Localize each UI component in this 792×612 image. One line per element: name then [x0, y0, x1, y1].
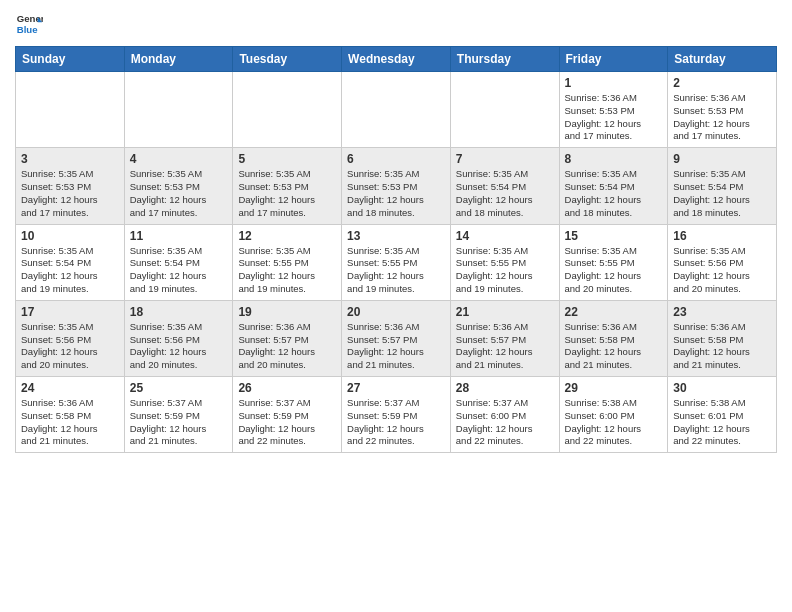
day-info: Sunrise: 5:35 AM Sunset: 5:54 PM Dayligh… — [565, 168, 663, 219]
calendar-cell: 25Sunrise: 5:37 AM Sunset: 5:59 PM Dayli… — [124, 377, 233, 453]
day-number: 13 — [347, 229, 445, 243]
day-number: 11 — [130, 229, 228, 243]
day-number: 28 — [456, 381, 554, 395]
day-info: Sunrise: 5:35 AM Sunset: 5:55 PM Dayligh… — [238, 245, 336, 296]
day-info: Sunrise: 5:35 AM Sunset: 5:56 PM Dayligh… — [21, 321, 119, 372]
day-info: Sunrise: 5:36 AM Sunset: 5:53 PM Dayligh… — [673, 92, 771, 143]
weekday-monday: Monday — [124, 47, 233, 72]
day-number: 3 — [21, 152, 119, 166]
day-info: Sunrise: 5:35 AM Sunset: 5:53 PM Dayligh… — [238, 168, 336, 219]
logo: General Blue — [15, 10, 47, 38]
day-info: Sunrise: 5:37 AM Sunset: 6:00 PM Dayligh… — [456, 397, 554, 448]
weekday-wednesday: Wednesday — [342, 47, 451, 72]
calendar-cell: 30Sunrise: 5:38 AM Sunset: 6:01 PM Dayli… — [668, 377, 777, 453]
calendar-row-4: 17Sunrise: 5:35 AM Sunset: 5:56 PM Dayli… — [16, 300, 777, 376]
day-number: 16 — [673, 229, 771, 243]
day-number: 1 — [565, 76, 663, 90]
calendar-cell: 27Sunrise: 5:37 AM Sunset: 5:59 PM Dayli… — [342, 377, 451, 453]
day-info: Sunrise: 5:36 AM Sunset: 5:57 PM Dayligh… — [347, 321, 445, 372]
calendar-row-1: 1Sunrise: 5:36 AM Sunset: 5:53 PM Daylig… — [16, 72, 777, 148]
day-number: 17 — [21, 305, 119, 319]
day-number: 2 — [673, 76, 771, 90]
day-info: Sunrise: 5:35 AM Sunset: 5:54 PM Dayligh… — [456, 168, 554, 219]
logo-icon: General Blue — [15, 10, 43, 38]
calendar-cell: 20Sunrise: 5:36 AM Sunset: 5:57 PM Dayli… — [342, 300, 451, 376]
calendar-cell: 11Sunrise: 5:35 AM Sunset: 5:54 PM Dayli… — [124, 224, 233, 300]
calendar-cell — [124, 72, 233, 148]
calendar-row-2: 3Sunrise: 5:35 AM Sunset: 5:53 PM Daylig… — [16, 148, 777, 224]
day-number: 15 — [565, 229, 663, 243]
day-info: Sunrise: 5:35 AM Sunset: 5:53 PM Dayligh… — [347, 168, 445, 219]
calendar-cell: 3Sunrise: 5:35 AM Sunset: 5:53 PM Daylig… — [16, 148, 125, 224]
header: General Blue — [15, 10, 777, 38]
calendar-header: SundayMondayTuesdayWednesdayThursdayFrid… — [16, 47, 777, 72]
day-info: Sunrise: 5:38 AM Sunset: 6:00 PM Dayligh… — [565, 397, 663, 448]
day-info: Sunrise: 5:35 AM Sunset: 5:55 PM Dayligh… — [456, 245, 554, 296]
day-info: Sunrise: 5:37 AM Sunset: 5:59 PM Dayligh… — [347, 397, 445, 448]
weekday-header-row: SundayMondayTuesdayWednesdayThursdayFrid… — [16, 47, 777, 72]
calendar-table: SundayMondayTuesdayWednesdayThursdayFrid… — [15, 46, 777, 453]
calendar-cell — [233, 72, 342, 148]
day-info: Sunrise: 5:37 AM Sunset: 5:59 PM Dayligh… — [130, 397, 228, 448]
day-info: Sunrise: 5:35 AM Sunset: 5:53 PM Dayligh… — [21, 168, 119, 219]
calendar-cell: 22Sunrise: 5:36 AM Sunset: 5:58 PM Dayli… — [559, 300, 668, 376]
calendar-cell: 14Sunrise: 5:35 AM Sunset: 5:55 PM Dayli… — [450, 224, 559, 300]
calendar-cell — [450, 72, 559, 148]
calendar-cell — [342, 72, 451, 148]
day-info: Sunrise: 5:35 AM Sunset: 5:54 PM Dayligh… — [21, 245, 119, 296]
day-number: 26 — [238, 381, 336, 395]
day-info: Sunrise: 5:36 AM Sunset: 5:53 PM Dayligh… — [565, 92, 663, 143]
day-number: 21 — [456, 305, 554, 319]
day-info: Sunrise: 5:35 AM Sunset: 5:55 PM Dayligh… — [565, 245, 663, 296]
weekday-sunday: Sunday — [16, 47, 125, 72]
day-number: 5 — [238, 152, 336, 166]
day-info: Sunrise: 5:35 AM Sunset: 5:53 PM Dayligh… — [130, 168, 228, 219]
day-number: 14 — [456, 229, 554, 243]
weekday-tuesday: Tuesday — [233, 47, 342, 72]
day-info: Sunrise: 5:37 AM Sunset: 5:59 PM Dayligh… — [238, 397, 336, 448]
day-info: Sunrise: 5:35 AM Sunset: 5:55 PM Dayligh… — [347, 245, 445, 296]
day-number: 23 — [673, 305, 771, 319]
day-number: 29 — [565, 381, 663, 395]
day-info: Sunrise: 5:35 AM Sunset: 5:54 PM Dayligh… — [130, 245, 228, 296]
day-number: 7 — [456, 152, 554, 166]
calendar-row-3: 10Sunrise: 5:35 AM Sunset: 5:54 PM Dayli… — [16, 224, 777, 300]
day-info: Sunrise: 5:35 AM Sunset: 5:56 PM Dayligh… — [130, 321, 228, 372]
calendar-cell: 4Sunrise: 5:35 AM Sunset: 5:53 PM Daylig… — [124, 148, 233, 224]
page: General Blue SundayMondayTuesdayWednesda… — [0, 0, 792, 612]
calendar-cell: 17Sunrise: 5:35 AM Sunset: 5:56 PM Dayli… — [16, 300, 125, 376]
calendar-cell: 24Sunrise: 5:36 AM Sunset: 5:58 PM Dayli… — [16, 377, 125, 453]
calendar-cell: 1Sunrise: 5:36 AM Sunset: 5:53 PM Daylig… — [559, 72, 668, 148]
calendar-row-5: 24Sunrise: 5:36 AM Sunset: 5:58 PM Dayli… — [16, 377, 777, 453]
day-number: 8 — [565, 152, 663, 166]
calendar-cell: 2Sunrise: 5:36 AM Sunset: 5:53 PM Daylig… — [668, 72, 777, 148]
day-number: 10 — [21, 229, 119, 243]
calendar-cell: 26Sunrise: 5:37 AM Sunset: 5:59 PM Dayli… — [233, 377, 342, 453]
calendar-cell: 6Sunrise: 5:35 AM Sunset: 5:53 PM Daylig… — [342, 148, 451, 224]
calendar-cell: 23Sunrise: 5:36 AM Sunset: 5:58 PM Dayli… — [668, 300, 777, 376]
calendar-cell: 10Sunrise: 5:35 AM Sunset: 5:54 PM Dayli… — [16, 224, 125, 300]
day-number: 25 — [130, 381, 228, 395]
calendar-cell — [16, 72, 125, 148]
calendar-cell: 7Sunrise: 5:35 AM Sunset: 5:54 PM Daylig… — [450, 148, 559, 224]
calendar-cell: 28Sunrise: 5:37 AM Sunset: 6:00 PM Dayli… — [450, 377, 559, 453]
day-number: 18 — [130, 305, 228, 319]
day-number: 27 — [347, 381, 445, 395]
day-number: 6 — [347, 152, 445, 166]
calendar-cell: 18Sunrise: 5:35 AM Sunset: 5:56 PM Dayli… — [124, 300, 233, 376]
day-info: Sunrise: 5:36 AM Sunset: 5:58 PM Dayligh… — [565, 321, 663, 372]
day-info: Sunrise: 5:35 AM Sunset: 5:54 PM Dayligh… — [673, 168, 771, 219]
svg-text:Blue: Blue — [17, 24, 38, 35]
calendar-cell: 15Sunrise: 5:35 AM Sunset: 5:55 PM Dayli… — [559, 224, 668, 300]
weekday-friday: Friday — [559, 47, 668, 72]
calendar-cell: 9Sunrise: 5:35 AM Sunset: 5:54 PM Daylig… — [668, 148, 777, 224]
calendar-cell: 8Sunrise: 5:35 AM Sunset: 5:54 PM Daylig… — [559, 148, 668, 224]
calendar-cell: 13Sunrise: 5:35 AM Sunset: 5:55 PM Dayli… — [342, 224, 451, 300]
calendar-cell: 12Sunrise: 5:35 AM Sunset: 5:55 PM Dayli… — [233, 224, 342, 300]
day-number: 12 — [238, 229, 336, 243]
day-info: Sunrise: 5:38 AM Sunset: 6:01 PM Dayligh… — [673, 397, 771, 448]
day-info: Sunrise: 5:36 AM Sunset: 5:58 PM Dayligh… — [673, 321, 771, 372]
day-number: 20 — [347, 305, 445, 319]
calendar-cell: 16Sunrise: 5:35 AM Sunset: 5:56 PM Dayli… — [668, 224, 777, 300]
day-info: Sunrise: 5:36 AM Sunset: 5:58 PM Dayligh… — [21, 397, 119, 448]
